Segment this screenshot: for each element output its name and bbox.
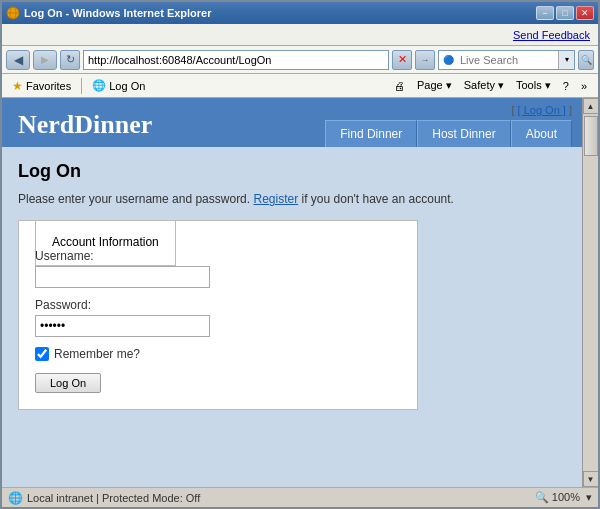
star-icon: ★ xyxy=(12,79,23,93)
remember-me-label: Remember me? xyxy=(54,347,140,361)
window-title: Log On - Windows Internet Explorer xyxy=(24,7,212,19)
maximize-button[interactable]: □ xyxy=(556,6,574,20)
site-title: NerdDinner xyxy=(18,110,152,149)
status-bar: 🌐 Local intranet | Protected Mode: Off 🔍… xyxy=(2,487,598,507)
help-button[interactable]: ? xyxy=(558,78,574,94)
intro-text: Please enter your username and password. xyxy=(18,192,250,206)
nav-tabs: Find Dinner Host Dinner About xyxy=(325,120,572,147)
title-bar-left: Log On - Windows Internet Explorer xyxy=(6,6,212,20)
scroll-down-button[interactable]: ▼ xyxy=(583,471,599,487)
address-bar: ◀ ▶ ↻ ✕ → 🔵 ▾ 🔍 xyxy=(2,46,598,74)
current-page-favorite[interactable]: 🌐 Log On xyxy=(88,77,149,94)
password-field-group: Password: xyxy=(35,298,401,337)
page-menu-button[interactable]: Page ▾ xyxy=(412,77,457,94)
favorites-label: Favorites xyxy=(26,80,71,92)
page-menu-label: Page ▾ xyxy=(417,79,452,92)
search-input[interactable] xyxy=(458,51,558,69)
minimize-button[interactable]: − xyxy=(536,6,554,20)
page-favicon: 🌐 xyxy=(92,79,106,92)
refresh-button[interactable]: ↻ xyxy=(60,50,80,70)
intro-paragraph: Please enter your username and password.… xyxy=(18,192,566,206)
browser-window: Log On - Windows Internet Explorer − □ ✕… xyxy=(0,0,600,509)
username-field-group: Username: xyxy=(35,249,401,288)
back-button[interactable]: ◀ xyxy=(6,50,30,70)
favorites-divider xyxy=(81,78,82,94)
menu-bar: Send Feedback xyxy=(2,24,598,46)
stop-button[interactable]: ✕ xyxy=(392,50,412,70)
host-dinner-tab[interactable]: Host Dinner xyxy=(417,120,510,147)
address-input[interactable] xyxy=(83,50,389,70)
scrollbar: ▲ ▼ xyxy=(582,98,598,487)
search-box: 🔵 ▾ xyxy=(438,50,575,70)
help-icon: ? xyxy=(563,80,569,92)
main-content: Log On Please enter your username and pa… xyxy=(2,147,582,430)
browser-content-area: NerdDinner [ [ Log On ] ] Find Dinner Ho… xyxy=(2,98,598,487)
scroll-thumb[interactable] xyxy=(584,116,598,156)
site-title-wrap: NerdDinner xyxy=(2,98,168,147)
tools-menu-label: Tools ▾ xyxy=(516,79,551,92)
search-provider-icon: 🔵 xyxy=(439,55,458,65)
register-link[interactable]: Register xyxy=(253,192,298,206)
safety-menu-button[interactable]: Safety ▾ xyxy=(459,77,509,94)
header-log-on: [ [ Log On ] ] xyxy=(511,104,572,116)
password-label: Password: xyxy=(35,298,401,312)
favorites-button[interactable]: ★ Favorites xyxy=(8,77,75,95)
tools-menu-button[interactable]: Tools ▾ xyxy=(511,77,556,94)
forward-button[interactable]: ▶ xyxy=(33,50,57,70)
username-label: Username: xyxy=(35,249,401,263)
go-button[interactable]: → xyxy=(415,50,435,70)
toolbar-buttons: 🖨 Page ▾ Safety ▾ Tools ▾ ? » xyxy=(389,77,592,94)
title-bar: Log On - Windows Internet Explorer − □ ✕ xyxy=(2,2,598,24)
log-on-header-link[interactable]: [ Log On ] xyxy=(518,104,566,116)
site-header: NerdDinner [ [ Log On ] ] Find Dinner Ho… xyxy=(2,98,582,147)
zoom-level[interactable]: 🔍 100% xyxy=(535,491,580,504)
status-zone-text: Local intranet | Protected Mode: Off xyxy=(27,492,200,504)
log-on-button[interactable]: Log On xyxy=(35,373,101,393)
scroll-up-button[interactable]: ▲ xyxy=(583,98,599,114)
remember-me-checkbox[interactable] xyxy=(35,347,49,361)
close-button[interactable]: ✕ xyxy=(576,6,594,20)
remember-me-row: Remember me? xyxy=(35,347,401,361)
find-dinner-tab[interactable]: Find Dinner xyxy=(325,120,417,147)
status-right: 🔍 100% ▾ xyxy=(535,491,592,504)
search-go-button[interactable]: ▾ xyxy=(558,51,574,69)
page-heading: Log On xyxy=(18,161,566,182)
account-form-box: Account Information Username: Password: … xyxy=(18,220,418,410)
zoom-arrow-icon[interactable]: ▾ xyxy=(586,491,592,504)
password-input[interactable] xyxy=(35,315,210,337)
page-favorite-label: Log On xyxy=(109,80,145,92)
about-tab[interactable]: About xyxy=(511,120,572,147)
register-suffix: if you don't have an account. xyxy=(302,192,454,206)
header-right: [ [ Log On ] ] Find Dinner Host Dinner A… xyxy=(325,98,582,147)
status-left: 🌐 Local intranet | Protected Mode: Off xyxy=(8,491,527,505)
page-scroll-area[interactable]: NerdDinner [ [ Log On ] ] Find Dinner Ho… xyxy=(2,98,582,487)
username-input[interactable] xyxy=(35,266,210,288)
favorites-bar: ★ Favorites 🌐 Log On 🖨 Page ▾ Safety ▾ T… xyxy=(2,74,598,98)
title-buttons: − □ ✕ xyxy=(536,6,594,20)
bracket-close: ] xyxy=(566,104,572,116)
globe-icon: 🌐 xyxy=(8,491,23,505)
search-submit-button[interactable]: 🔍 xyxy=(578,50,594,70)
safety-menu-label: Safety ▾ xyxy=(464,79,504,92)
toolbar-more-button[interactable]: » xyxy=(576,78,592,94)
send-feedback-link[interactable]: Send Feedback xyxy=(513,29,590,41)
print-button[interactable]: 🖨 xyxy=(389,78,410,94)
browser-icon xyxy=(6,6,20,20)
